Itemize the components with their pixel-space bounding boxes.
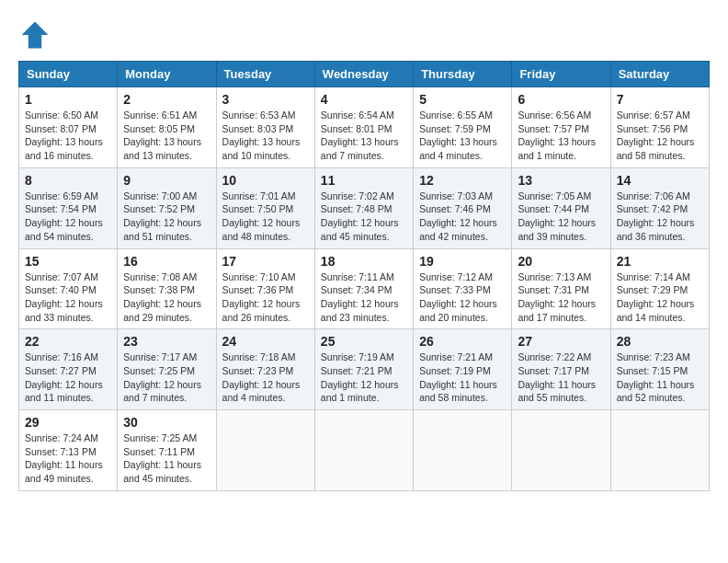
calendar-week-1: 1Sunrise: 6:50 AM Sunset: 8:07 PM Daylig…: [19, 87, 710, 168]
day-info: Sunrise: 7:06 AM Sunset: 7:42 PM Dayligh…: [617, 190, 703, 244]
calendar-cell: [610, 410, 709, 491]
day-number: 2: [123, 92, 210, 107]
day-number: 14: [617, 173, 703, 188]
calendar-cell: 28Sunrise: 7:23 AM Sunset: 7:15 PM Dayli…: [610, 329, 709, 410]
day-info: Sunrise: 6:51 AM Sunset: 8:05 PM Dayligh…: [123, 109, 210, 163]
day-number: 4: [321, 92, 407, 107]
day-number: 21: [617, 254, 703, 269]
day-info: Sunrise: 6:53 AM Sunset: 8:03 PM Dayligh…: [222, 109, 309, 163]
calendar-cell: 29Sunrise: 7:24 AM Sunset: 7:13 PM Dayli…: [19, 410, 118, 491]
calendar-week-2: 8Sunrise: 6:59 AM Sunset: 7:54 PM Daylig…: [19, 167, 710, 248]
calendar-cell: 11Sunrise: 7:02 AM Sunset: 7:48 PM Dayli…: [314, 167, 413, 248]
calendar-cell: [414, 410, 512, 491]
day-info: Sunrise: 7:24 AM Sunset: 7:13 PM Dayligh…: [25, 431, 111, 486]
day-number: 6: [518, 92, 604, 107]
day-number: 12: [419, 173, 506, 188]
day-number: 20: [518, 254, 604, 269]
calendar-cell: 19Sunrise: 7:12 AM Sunset: 7:33 PM Dayli…: [414, 248, 512, 329]
calendar-cell: 1Sunrise: 6:50 AM Sunset: 8:07 PM Daylig…: [19, 87, 118, 168]
day-info: Sunrise: 7:08 AM Sunset: 7:38 PM Dayligh…: [123, 270, 210, 325]
calendar-cell: 30Sunrise: 7:25 AM Sunset: 7:11 PM Dayli…: [118, 410, 216, 491]
calendar-header: SundayMondayTuesdayWednesdayThursdayFrid…: [19, 62, 710, 87]
day-info: Sunrise: 6:54 AM Sunset: 8:01 PM Dayligh…: [321, 109, 407, 163]
calendar-week-5: 29Sunrise: 7:24 AM Sunset: 7:13 PM Dayli…: [19, 410, 710, 491]
day-number: 30: [123, 415, 210, 430]
day-number: 29: [25, 415, 111, 430]
calendar-cell: [216, 410, 314, 491]
day-info: Sunrise: 7:18 AM Sunset: 7:23 PM Dayligh…: [222, 350, 309, 405]
logo: [18, 18, 57, 52]
calendar-cell: 15Sunrise: 7:07 AM Sunset: 7:40 PM Dayli…: [19, 248, 118, 329]
calendar-cell: 8Sunrise: 6:59 AM Sunset: 7:54 PM Daylig…: [19, 167, 118, 248]
calendar-cell: [314, 410, 413, 491]
calendar-cell: [512, 410, 610, 491]
day-number: 9: [123, 173, 210, 188]
day-info: Sunrise: 7:10 AM Sunset: 7:36 PM Dayligh…: [222, 270, 309, 325]
day-info: Sunrise: 6:55 AM Sunset: 7:59 PM Dayligh…: [419, 109, 506, 163]
calendar-cell: 5Sunrise: 6:55 AM Sunset: 7:59 PM Daylig…: [414, 87, 512, 168]
calendar-cell: 24Sunrise: 7:18 AM Sunset: 7:23 PM Dayli…: [216, 329, 314, 410]
day-info: Sunrise: 7:21 AM Sunset: 7:19 PM Dayligh…: [419, 350, 506, 405]
day-number: 23: [123, 334, 210, 349]
day-number: 22: [25, 334, 111, 349]
calendar-cell: 20Sunrise: 7:13 AM Sunset: 7:31 PM Dayli…: [512, 248, 610, 329]
page-header: [18, 18, 710, 52]
day-info: Sunrise: 7:16 AM Sunset: 7:27 PM Dayligh…: [25, 350, 111, 405]
day-number: 19: [419, 254, 506, 269]
calendar-cell: 26Sunrise: 7:21 AM Sunset: 7:19 PM Dayli…: [414, 329, 512, 410]
day-number: 1: [25, 92, 111, 107]
day-number: 24: [222, 334, 309, 349]
calendar-cell: 16Sunrise: 7:08 AM Sunset: 7:38 PM Dayli…: [118, 248, 216, 329]
day-info: Sunrise: 6:57 AM Sunset: 7:56 PM Dayligh…: [617, 109, 703, 163]
calendar-cell: 2Sunrise: 6:51 AM Sunset: 8:05 PM Daylig…: [118, 87, 216, 168]
calendar-cell: 3Sunrise: 6:53 AM Sunset: 8:03 PM Daylig…: [216, 87, 314, 168]
day-number: 10: [222, 173, 309, 188]
day-number: 16: [123, 254, 210, 269]
header-cell-tuesday: Tuesday: [216, 62, 314, 87]
day-number: 15: [25, 254, 111, 269]
calendar-cell: 12Sunrise: 7:03 AM Sunset: 7:46 PM Dayli…: [414, 167, 512, 248]
day-info: Sunrise: 7:02 AM Sunset: 7:48 PM Dayligh…: [321, 190, 407, 244]
day-info: Sunrise: 7:14 AM Sunset: 7:29 PM Dayligh…: [617, 270, 703, 325]
day-number: 18: [321, 254, 407, 269]
day-number: 13: [518, 173, 604, 188]
day-info: Sunrise: 7:05 AM Sunset: 7:44 PM Dayligh…: [518, 190, 604, 244]
day-info: Sunrise: 6:59 AM Sunset: 7:54 PM Dayligh…: [25, 190, 111, 244]
calendar-cell: 23Sunrise: 7:17 AM Sunset: 7:25 PM Dayli…: [118, 329, 216, 410]
day-info: Sunrise: 7:00 AM Sunset: 7:52 PM Dayligh…: [123, 190, 210, 244]
calendar-cell: 18Sunrise: 7:11 AM Sunset: 7:34 PM Dayli…: [314, 248, 413, 329]
day-number: 26: [419, 334, 506, 349]
calendar-body: 1Sunrise: 6:50 AM Sunset: 8:07 PM Daylig…: [19, 87, 710, 491]
calendar-cell: 13Sunrise: 7:05 AM Sunset: 7:44 PM Dayli…: [512, 167, 610, 248]
day-info: Sunrise: 7:22 AM Sunset: 7:17 PM Dayligh…: [518, 350, 604, 405]
day-number: 8: [25, 173, 111, 188]
day-info: Sunrise: 7:23 AM Sunset: 7:15 PM Dayligh…: [617, 350, 703, 405]
day-number: 7: [617, 92, 703, 107]
calendar-cell: 27Sunrise: 7:22 AM Sunset: 7:17 PM Dayli…: [512, 329, 610, 410]
calendar-cell: 25Sunrise: 7:19 AM Sunset: 7:21 PM Dayli…: [314, 329, 413, 410]
day-number: 5: [419, 92, 506, 107]
svg-marker-0: [22, 22, 49, 49]
calendar-table: SundayMondayTuesdayWednesdayThursdayFrid…: [18, 61, 710, 491]
header-cell-monday: Monday: [118, 62, 216, 87]
day-info: Sunrise: 6:56 AM Sunset: 7:57 PM Dayligh…: [518, 109, 604, 163]
day-info: Sunrise: 7:03 AM Sunset: 7:46 PM Dayligh…: [419, 190, 506, 244]
calendar-cell: 17Sunrise: 7:10 AM Sunset: 7:36 PM Dayli…: [216, 248, 314, 329]
header-cell-thursday: Thursday: [414, 62, 512, 87]
calendar-cell: 21Sunrise: 7:14 AM Sunset: 7:29 PM Dayli…: [610, 248, 709, 329]
header-cell-wednesday: Wednesday: [314, 62, 413, 87]
day-info: Sunrise: 7:01 AM Sunset: 7:50 PM Dayligh…: [222, 190, 309, 244]
day-number: 11: [321, 173, 407, 188]
calendar-cell: 14Sunrise: 7:06 AM Sunset: 7:42 PM Dayli…: [610, 167, 709, 248]
calendar-cell: 4Sunrise: 6:54 AM Sunset: 8:01 PM Daylig…: [314, 87, 413, 168]
day-info: Sunrise: 7:12 AM Sunset: 7:33 PM Dayligh…: [419, 270, 506, 325]
day-info: Sunrise: 7:25 AM Sunset: 7:11 PM Dayligh…: [123, 431, 210, 486]
day-info: Sunrise: 6:50 AM Sunset: 8:07 PM Dayligh…: [25, 109, 111, 163]
day-number: 17: [222, 254, 309, 269]
day-info: Sunrise: 7:19 AM Sunset: 7:21 PM Dayligh…: [321, 350, 407, 405]
calendar-cell: 7Sunrise: 6:57 AM Sunset: 7:56 PM Daylig…: [610, 87, 709, 168]
day-number: 3: [222, 92, 309, 107]
day-info: Sunrise: 7:07 AM Sunset: 7:40 PM Dayligh…: [25, 270, 111, 325]
calendar-week-4: 22Sunrise: 7:16 AM Sunset: 7:27 PM Dayli…: [19, 329, 710, 410]
logo-icon: [18, 18, 51, 52]
